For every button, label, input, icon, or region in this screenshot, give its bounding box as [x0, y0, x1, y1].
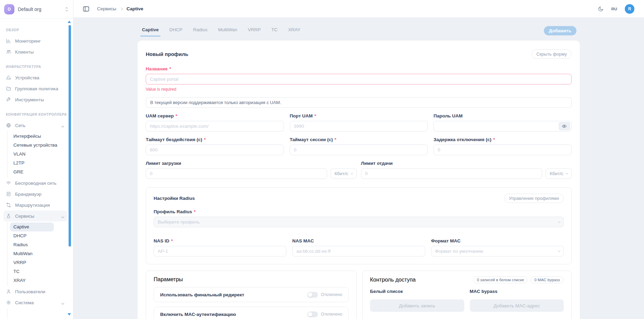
radius-profile-select[interactable]: Выберите профиль [154, 217, 564, 227]
sidebar-item-services[interactable]: Сервисы [3, 210, 67, 221]
mac-format-label: Формат MAC [431, 238, 564, 243]
access-control-title: Контроль доступа [370, 277, 416, 283]
session-timeout-input[interactable] [290, 145, 428, 155]
toggle-state: Отключено [321, 292, 342, 297]
sidebar-subitem-multiwan[interactable]: MultiWan [10, 249, 54, 258]
sidebar-subitem-dhcp[interactable]: DHCP [10, 231, 54, 240]
session-timeout-field: Таймаут сессии (с)* [290, 137, 428, 155]
sidebar-subitem-xray[interactable]: XRAY [10, 276, 54, 285]
app-screen: D Default org ОБЗОР Мониторинг Клиенты И… [0, 0, 644, 319]
add-button[interactable]: Добавить [544, 26, 576, 35]
services-submenu: Captive DHCP Radius MultiWan VRRP TC XRA… [7, 221, 73, 286]
access-control-box: Контроль доступа 0 записей в белом списк… [362, 271, 572, 319]
sidebar-subitem-vlan[interactable]: VLAN [10, 150, 54, 159]
routing-icon [6, 202, 11, 208]
chevron-down-icon [350, 172, 353, 174]
add-whitelist-entry-button[interactable]: Добавить запись [370, 299, 464, 312]
add-mac-address-button[interactable]: Добавить MAC-адрес [470, 299, 564, 312]
upload-limit-unit-select[interactable]: Кбит/с [546, 168, 572, 179]
nas-id-field: NAS ID* [154, 232, 286, 257]
nas-mac-input[interactable] [292, 246, 425, 257]
radius-settings-box: Настройки Radius Управление профилями Пр… [146, 187, 572, 264]
tab-dhcp[interactable]: DHCP [169, 25, 183, 36]
sidebar-item-firewall[interactable]: Брандмауэр [3, 189, 67, 200]
tab-tc[interactable]: TC [271, 25, 278, 36]
tab-xray[interactable]: XRAY [287, 25, 301, 36]
mac-format-field: Формат MAC Формат по умолчанию [431, 232, 564, 257]
disconnect-delay-field: Задержка отключения (с)* [433, 137, 572, 155]
sidebar-subitem-l2tp[interactable]: L2TP [10, 159, 54, 168]
sidebar-item-label: Мониторинг [15, 38, 41, 44]
org-switcher[interactable]: D Default org [0, 0, 73, 19]
idle-timeout-input[interactable] [146, 145, 284, 155]
scrollbar-up-arrow[interactable] [68, 21, 71, 23]
sidebar-subitem-gre[interactable]: GRE [10, 168, 54, 176]
sidebar-item-label: Система [15, 300, 34, 305]
sidebar-item-users[interactable]: Пользователи [3, 286, 67, 297]
sidebar-item-monitoring[interactable]: Мониторинг [3, 35, 67, 46]
sidebar-subitem-network-devices[interactable]: Сетевые устройства [10, 141, 54, 150]
main-area: Сервисы Captive RU R Captive DHCP Radius… [73, 0, 644, 319]
hide-form-button[interactable]: Скрыть форму [532, 49, 572, 59]
required-mark: * [493, 137, 495, 142]
required-mark: * [169, 66, 171, 71]
toggle-switch[interactable] [307, 311, 318, 317]
user-avatar[interactable]: R [625, 4, 634, 14]
chevron-down-icon [558, 220, 560, 223]
whitelist-column: Белый список Добавить запись [370, 289, 464, 312]
tabs-row: Captive DHCP Radius MultiWan VRRP TC XRA… [138, 25, 580, 36]
uam-password-input[interactable] [433, 121, 572, 132]
uam-server-input[interactable] [146, 121, 284, 132]
toggle-switch[interactable] [307, 292, 318, 298]
scrollbar-down-arrow[interactable] [68, 313, 71, 316]
sidebar-subitem-cutoff[interactable] [10, 309, 54, 318]
uam-port-input[interactable] [290, 121, 428, 132]
sidebar-item-system[interactable]: Система [3, 297, 67, 308]
system-submenu [7, 308, 73, 319]
org-avatar: D [4, 4, 14, 14]
sidebar-item-devices[interactable]: Устройства [3, 72, 67, 83]
breadcrumb-parent[interactable]: Сервисы [97, 6, 116, 11]
disconnect-delay-input[interactable] [433, 145, 572, 155]
sidebar-nav: ОБЗОР Мониторинг Клиенты ИНФРАСТРУКТУРА … [0, 19, 73, 319]
sidebar-subitem-captive[interactable]: Captive [10, 223, 54, 231]
sidebar-item-group-policy[interactable]: Групповая политика [3, 83, 67, 94]
dark-mode-icon[interactable] [598, 6, 604, 12]
nas-id-input[interactable] [154, 246, 286, 257]
tab-multiwan[interactable]: MultiWan [217, 25, 238, 36]
person-icon [6, 289, 11, 294]
sidebar-item-tools[interactable]: Инструменты [3, 94, 67, 105]
required-mark: * [171, 238, 173, 243]
uam-notice: В текущей версии поддерживается только а… [146, 97, 572, 108]
upload-limit-input[interactable] [361, 168, 542, 179]
toggle-password-visibility-button[interactable] [559, 122, 570, 130]
sidebar-item-routing[interactable]: Маршрутизация [3, 200, 67, 210]
session-timeout-label: Таймаут сессии (с)* [290, 137, 428, 142]
download-limit-label: Лимит загрузки [146, 161, 357, 166]
language-switcher[interactable]: RU [611, 7, 617, 11]
tab-radius[interactable]: Radius [192, 25, 208, 36]
sidebar-item-clients[interactable]: Клиенты [3, 46, 67, 57]
sidebar-section-overview: ОБЗОР [0, 28, 73, 32]
tab-vrrp[interactable]: VRRP [247, 25, 262, 36]
sidebar-subitem-vrrp[interactable]: VRRP [10, 258, 54, 267]
manage-profiles-button[interactable]: Управление профилями [504, 194, 564, 203]
mac-bypass-label: MAC bypass [470, 289, 564, 294]
mac-bypass-count-badge: 0 MAC bypass [530, 276, 564, 283]
sidebar-item-label: Сеть [15, 123, 25, 128]
sidebar-toggle-icon[interactable] [83, 6, 89, 12]
tab-captive[interactable]: Captive [141, 25, 159, 36]
nas-mac-label: NAS MAC [292, 238, 425, 243]
sidebar-subitem-tc[interactable]: TC [10, 267, 54, 276]
sidebar-item-network[interactable]: Сеть [3, 120, 67, 131]
name-input[interactable] [146, 74, 572, 84]
sidebar-subitem-radius[interactable]: Radius [10, 240, 54, 249]
scrollbar-thumb[interactable] [69, 25, 71, 247]
download-limit-unit-select[interactable]: Кбит/с [331, 168, 357, 179]
name-error: Value is required [146, 87, 572, 92]
sidebar-item-wireless[interactable]: Беспроводная сеть [3, 178, 67, 189]
gear-icon [6, 300, 11, 305]
sidebar-subitem-interfaces[interactable]: Интерфейсы [10, 132, 54, 141]
download-limit-input[interactable] [146, 168, 327, 179]
mac-format-select[interactable]: Формат по умолчанию [431, 246, 564, 257]
